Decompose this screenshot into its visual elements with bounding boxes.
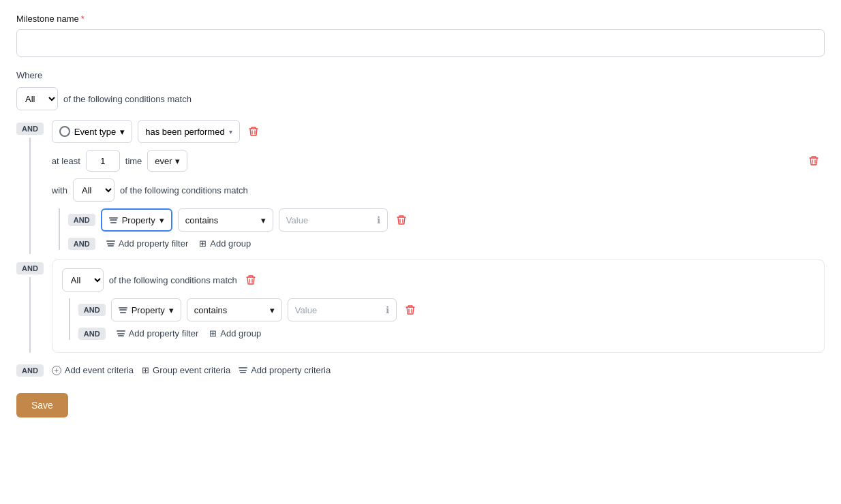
- performed-label: has been performed: [145, 127, 224, 137]
- with-conditions-text: of the following conditions match: [120, 185, 248, 195]
- group-delete[interactable]: [243, 272, 259, 288]
- property-button-1[interactable]: Property ▾: [101, 208, 172, 232]
- contains-chevron-2: ▾: [270, 305, 275, 315]
- add-group-label-1: Add group: [210, 238, 251, 249]
- contains-label-2: contains: [194, 305, 227, 315]
- inner-property-section-2: AND Property ▾ contains ▾ Value: [69, 298, 814, 340]
- ever-dropdown[interactable]: ever ▾: [147, 150, 187, 172]
- and-badge-bottom: AND: [16, 364, 44, 377]
- milestone-name-input[interactable]: [16, 29, 825, 57]
- add-group-btn-1[interactable]: ⊞ Add group: [199, 237, 251, 250]
- and-badge-1: AND: [16, 123, 44, 135]
- and-badge-add2: AND: [78, 328, 106, 340]
- add-event-criteria-btn[interactable]: + Add event criteria: [52, 364, 134, 377]
- and-badge-prop2: AND: [78, 304, 106, 316]
- contains-chevron-1: ▾: [261, 215, 266, 225]
- property-delete-2[interactable]: [402, 302, 418, 318]
- layers-icon-add1: [106, 240, 115, 247]
- event-type-chevron: ▾: [120, 127, 125, 137]
- add-property-filter-btn-2[interactable]: Add property filter: [117, 327, 199, 340]
- group-event-criteria-btn[interactable]: ⊞ Group event criteria: [142, 364, 230, 377]
- top-conditions-row: All Any of the following conditions matc…: [16, 87, 825, 110]
- add-event-criteria-label: Add event criteria: [65, 365, 134, 375]
- save-label: Save: [31, 400, 53, 411]
- group-event-criteria-label: Group event criteria: [153, 365, 230, 375]
- add-group-label-2: Add group: [220, 328, 261, 338]
- add-group-btn-2[interactable]: ⊞ Add group: [209, 327, 261, 340]
- layers-icon-add2: [117, 330, 125, 336]
- property-button-2[interactable]: Property ▾: [111, 298, 181, 321]
- property-label-1: Property: [122, 215, 155, 225]
- time-text: time: [125, 156, 142, 166]
- group-conditions-text: of the following conditions match: [109, 275, 237, 285]
- contains-dropdown-2[interactable]: contains ▾: [187, 298, 282, 321]
- with-text: with: [52, 185, 67, 195]
- group-icon-2: ⊞: [209, 328, 217, 338]
- group-header: All Any of the following conditions matc…: [62, 268, 814, 292]
- layers-icon-2: [119, 307, 127, 313]
- info-icon-1: ℹ: [377, 215, 380, 225]
- add-property-criteria-btn[interactable]: Add property criteria: [239, 364, 331, 377]
- event-type-delete[interactable]: [245, 123, 262, 140]
- value-placeholder-1: Value: [286, 215, 308, 225]
- ever-chevron: ▾: [175, 156, 180, 166]
- plus-circle-icon: +: [52, 366, 61, 375]
- property-row-1: AND Property ▾ contains ▾ Value: [68, 208, 825, 232]
- value-input-2[interactable]: Value ℹ: [288, 298, 397, 321]
- and-badge-add1: AND: [68, 238, 95, 250]
- contains-dropdown-1[interactable]: contains ▾: [178, 208, 273, 232]
- all-select[interactable]: All Any: [17, 88, 57, 110]
- add-row-1: AND Add property filter ⊞ Add group: [68, 237, 825, 250]
- group-all-select-wrapper[interactable]: All Any: [62, 268, 104, 292]
- where-label: Where: [16, 70, 825, 80]
- event-type-row: Event type ▾ has been performed ▾: [52, 120, 825, 143]
- with-all-select[interactable]: All Any: [74, 179, 114, 201]
- performed-chevron: ▾: [229, 128, 232, 136]
- info-icon-2: ℹ: [386, 304, 389, 315]
- group-event-icon: ⊞: [142, 365, 149, 375]
- with-row: with All Any of the following conditions…: [52, 178, 825, 202]
- event-type-button[interactable]: Event type ▾: [52, 120, 132, 143]
- time-row: at least time ever ▾: [52, 150, 825, 172]
- milestone-name-label: Milestone name *: [16, 14, 825, 24]
- inner-property-section-1: AND Property ▾ contains ▾ Value: [59, 208, 825, 250]
- save-button[interactable]: Save: [16, 393, 68, 418]
- ever-label: ever: [155, 156, 172, 166]
- performed-dropdown[interactable]: has been performed ▾: [138, 120, 239, 143]
- add-property-filter-btn-1[interactable]: Add property filter: [106, 237, 189, 250]
- layers-icon-1: [109, 217, 118, 223]
- add-property-filter-label-1: Add property filter: [119, 238, 189, 249]
- time-value-input[interactable]: [86, 150, 120, 172]
- property-row-2: AND Property ▾ contains ▾ Value: [78, 298, 814, 321]
- property-chevron-1: ▾: [159, 215, 164, 225]
- time-row-delete[interactable]: [806, 153, 822, 169]
- conditions-text: of the following conditions match: [63, 94, 192, 104]
- value-placeholder-2: Value: [295, 305, 317, 315]
- contains-label-1: contains: [185, 215, 218, 225]
- and-badge-2: AND: [16, 262, 44, 274]
- value-input-1[interactable]: Value ℹ: [279, 208, 388, 232]
- layers-icon-bottom: [239, 367, 247, 373]
- and-badge-prop1: AND: [68, 214, 95, 226]
- group-icon-1: ⊞: [199, 238, 207, 249]
- property-label-2: Property: [132, 305, 165, 315]
- event-type-label: Event type: [74, 127, 116, 137]
- all-select-wrapper[interactable]: All Any: [16, 87, 58, 110]
- add-property-filter-label-2: Add property filter: [129, 328, 199, 338]
- group-all-select[interactable]: All Any: [63, 269, 103, 291]
- add-property-criteria-label: Add property criteria: [251, 365, 331, 375]
- property-delete-1[interactable]: [393, 212, 410, 228]
- with-all-select-wrapper[interactable]: All Any: [73, 178, 114, 202]
- at-least-text: at least: [52, 156, 80, 166]
- property-chevron-2: ▾: [169, 305, 174, 315]
- add-row-2: AND Add property filter ⊞ Add group: [78, 327, 814, 340]
- bottom-and-row: AND + Add event criteria ⊞ Group event c…: [16, 364, 825, 377]
